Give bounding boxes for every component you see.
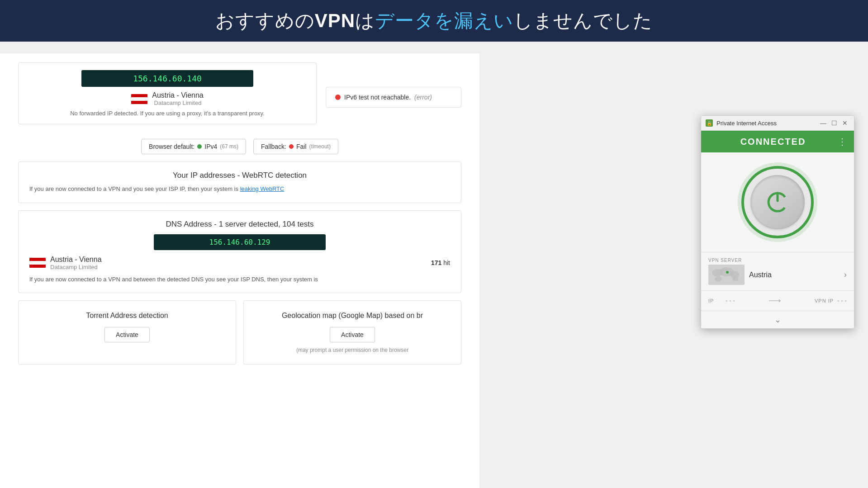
banner-vpn: VPN	[315, 10, 355, 31]
main-content: 156.146.60.140 Austria - Vienna Datacamp…	[0, 53, 479, 488]
banner-text-part2: はデータを漏えいしませんでした	[355, 10, 653, 31]
geolocation-note: (may prompt a user permission on the bro…	[255, 347, 450, 353]
ip-value: • • •	[726, 298, 735, 304]
fallback-note: (timeout)	[309, 143, 331, 150]
ipv6-error-row: IPv6 test not reachable. (error)	[335, 94, 452, 101]
svg-point-7	[732, 277, 739, 281]
pia-minimize-button[interactable]: —	[819, 118, 828, 128]
world-map-svg	[708, 265, 745, 285]
ipv6-container: IPv6 test not reachable. (error)	[326, 62, 461, 132]
power-icon-svg	[765, 190, 790, 214]
server-left: Austria	[708, 265, 772, 285]
pia-menu-button[interactable]: ⋮	[838, 136, 847, 147]
power-outer-ring	[741, 166, 814, 238]
geolocation-panel: Geolocation map (Google Map) based on br…	[243, 300, 461, 365]
webrtc-link[interactable]: leaking WebRTC	[240, 185, 285, 192]
bottom-panels: Torrent Address detection Activate Geolo…	[18, 300, 461, 365]
browser-default-ms: (67 ms)	[220, 143, 238, 150]
red-dot-icon	[335, 95, 341, 100]
geolocation-title: Geolocation map (Google Map) based on br	[255, 312, 450, 320]
pia-lock-icon: 🔒	[706, 119, 713, 127]
power-button[interactable]	[750, 175, 805, 229]
vpn-ip-label: VPN IP	[815, 298, 834, 303]
dns-provider: Datacamp Limited	[50, 264, 102, 270]
pia-title-left: 🔒 Private Internet Access	[706, 119, 777, 127]
forwarded-message: No forwarded IP detected. If you are usi…	[26, 110, 309, 117]
ip-arrow-icon	[768, 296, 782, 305]
ipv6-panel: IPv6 test not reachable. (error)	[326, 87, 461, 108]
ip-section: 156.146.60.140 Austria - Vienna Datacamp…	[18, 62, 317, 124]
location-row: Austria - Vienna Datacamp Limited	[26, 91, 309, 106]
webrtc-section: Your IP addresses - WebRTC detection If …	[18, 161, 461, 203]
pia-chevron-down-button[interactable]: ⌄	[701, 311, 854, 328]
svg-marker-10	[779, 299, 781, 303]
power-icon	[765, 190, 790, 214]
dns-location-text: Austria - Vienna Datacamp Limited	[50, 256, 102, 270]
pia-connected-label: CONNECTED	[708, 137, 838, 147]
chevron-down-icon: ⌄	[774, 315, 781, 325]
server-chevron-right-icon: ›	[844, 270, 847, 280]
geolocation-activate-button[interactable]: Activate	[330, 327, 375, 342]
dns-hit-count: 171 hit	[431, 259, 450, 266]
torrent-panel: Torrent Address detection Activate	[18, 300, 236, 365]
dns-flag-austria	[29, 258, 46, 268]
flag-austria	[131, 94, 147, 104]
banner-text-part1: おすすめの	[215, 10, 315, 31]
dns-section: DNS Address - 1 server detected, 104 tes…	[18, 210, 461, 294]
fallback-status: Fail	[296, 143, 307, 150]
pia-server-section[interactable]: VPN SERVER A	[701, 252, 854, 290]
webrtc-title: Your IP addresses - WebRTC detection	[29, 171, 450, 180]
torrent-title: Torrent Address detection	[29, 312, 225, 320]
location-name: Austria - Vienna	[152, 91, 204, 99]
pia-titlebar-controls: — ☐ ✕	[819, 118, 849, 128]
svg-point-8	[726, 271, 729, 274]
server-name: Austria	[749, 271, 772, 279]
location-text: Austria - Vienna Datacamp Limited	[152, 91, 204, 106]
server-section-label: VPN SERVER	[708, 258, 847, 263]
ipv6-error-label: (error)	[414, 94, 432, 101]
pia-close-button[interactable]: ✕	[840, 118, 849, 128]
browser-default-label: Browser default:	[149, 143, 194, 150]
fallback-label: Fallback:	[261, 143, 286, 150]
svg-point-6	[715, 276, 722, 282]
webrtc-desc: If you are now connected to a VPN and yo…	[29, 185, 450, 194]
location-provider: Datacamp Limited	[152, 99, 204, 106]
browser-default-box: Browser default: IPv4 (67 ms)	[141, 139, 246, 154]
torrent-activate-button[interactable]: Activate	[104, 327, 150, 342]
banner: おすすめのVPNはデータを漏えいしませんでした	[0, 0, 868, 42]
ipv6-label: IPv6 test not reachable.	[344, 94, 411, 101]
world-map-mini	[708, 265, 745, 285]
fallback-box: Fallback: Fail (timeout)	[253, 139, 338, 154]
pia-connected-bar: CONNECTED ⋮	[701, 131, 854, 152]
server-row: Austria ›	[708, 265, 847, 285]
ip-label: IP	[708, 298, 722, 303]
browser-default-protocol: IPv4	[204, 143, 217, 150]
pia-title: Private Internet Access	[716, 120, 777, 127]
green-dot-icon	[197, 144, 202, 149]
dns-warning: If you are now connected to a VPN and be…	[29, 275, 450, 284]
dns-ip-box: 156.146.60.129	[154, 234, 326, 250]
pia-titlebar: 🔒 Private Internet Access — ☐ ✕	[701, 116, 854, 131]
ip-address-box: 156.146.60.140	[81, 70, 253, 87]
pia-ip-row: IP • • • VPN IP • • •	[701, 290, 854, 311]
vpn-ip-value: • • •	[837, 298, 847, 304]
dns-location-name: Austria - Vienna	[50, 256, 102, 264]
pia-restore-button[interactable]: ☐	[830, 118, 839, 128]
dns-location-row: Austria - Vienna Datacamp Limited 171 hi…	[29, 256, 450, 270]
power-circle-container	[701, 152, 854, 252]
red-dot-fallback-icon	[289, 144, 294, 149]
dns-section-title: DNS Address - 1 server detected, 104 tes…	[29, 220, 450, 229]
browser-default-row: Browser default: IPv4 (67 ms) Fallback: …	[18, 139, 461, 154]
pia-window: 🔒 Private Internet Access — ☐ ✕ CONNECTE…	[701, 115, 854, 329]
